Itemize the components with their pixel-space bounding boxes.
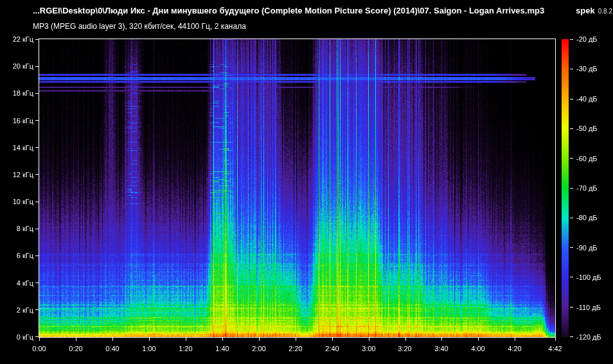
freq-tick-label: 6 кГц: [0, 251, 33, 260]
db-tick-label: -30 дБ: [576, 64, 613, 73]
db-tick-label: -110 дБ: [576, 303, 613, 312]
app-name: spek: [576, 6, 595, 15]
freq-tick-label: 16 кГц: [0, 116, 33, 125]
freq-tick-label: 10 кГц: [0, 197, 33, 206]
time-tick-label: 0:20: [62, 344, 90, 353]
app-version: 0.8.2: [598, 8, 612, 15]
db-tick-label: -20 дБ: [576, 35, 613, 44]
freq-tick-label: 0 кГц: [0, 333, 33, 342]
freq-tick-label: 2 кГц: [0, 306, 33, 315]
time-tick-label: 1:20: [172, 344, 200, 353]
time-tick-label: 1:00: [135, 344, 163, 353]
title-bar: ...RGEI\Desktop\0\Люди Икс - Дни минувше…: [33, 6, 612, 15]
freq-tick-label: 14 кГц: [0, 143, 33, 152]
time-tick-label: 0:00: [25, 344, 53, 353]
db-tick-label: -50 дБ: [576, 124, 613, 133]
time-tick-label: 4:20: [501, 344, 529, 353]
spek-window: ...RGEI\Desktop\0\Люди Икс - Дни минувше…: [0, 0, 613, 364]
freq-tick-label: 22 кГц: [0, 35, 33, 44]
time-tick-label: 4:42: [541, 344, 569, 353]
time-tick-label: 3:40: [427, 344, 456, 353]
db-tick-label: -100 дБ: [576, 273, 613, 282]
db-tick-label: -80 дБ: [576, 213, 613, 222]
freq-tick-label: 12 кГц: [0, 170, 33, 179]
db-tick-label: -90 дБ: [576, 243, 613, 252]
time-tick-label: 2:00: [245, 344, 273, 353]
time-tick-label: 4:00: [464, 344, 492, 353]
time-tick-label: 1:40: [208, 344, 236, 353]
time-tick-label: 0:40: [98, 344, 127, 353]
freq-tick-label: 8 кГц: [0, 224, 33, 233]
freq-tick-label: 4 кГц: [0, 279, 33, 288]
freq-tick-label: 18 кГц: [0, 89, 33, 98]
time-tick-label: 2:40: [318, 344, 346, 353]
db-tick-label: -60 дБ: [576, 154, 613, 163]
file-info: MP3 (MPEG audio layer 3), 320 кбит/сек, …: [33, 22, 246, 31]
db-tick-label: -40 дБ: [576, 94, 613, 103]
time-tick-label: 3:00: [355, 344, 383, 353]
db-tick-label: -120 дБ: [576, 333, 613, 342]
file-path: ...RGEI\Desktop\0\Люди Икс - Дни минувше…: [33, 6, 567, 15]
time-tick-label: 2:20: [281, 344, 310, 353]
db-tick-label: -70 дБ: [576, 184, 613, 193]
time-tick-label: 3:20: [391, 344, 419, 353]
freq-tick-label: 20 кГц: [0, 62, 33, 71]
spectrogram-canvas: [0, 0, 613, 364]
